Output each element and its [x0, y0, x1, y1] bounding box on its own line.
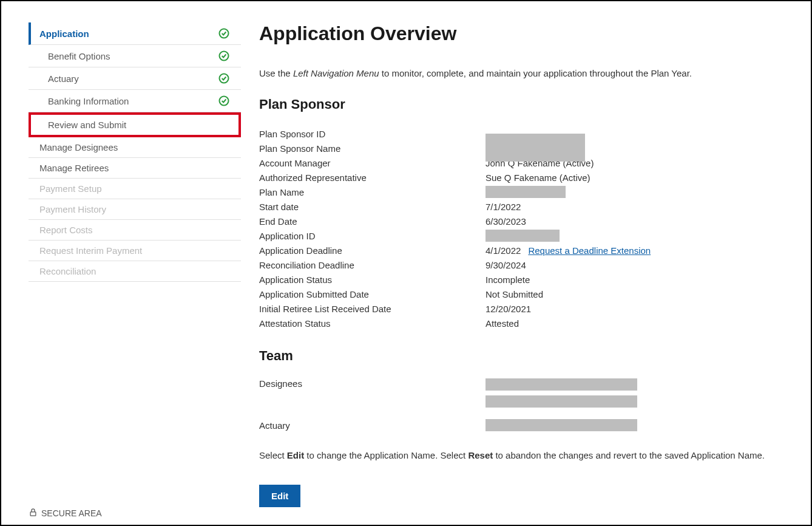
team-heading: Team	[259, 348, 787, 364]
team-section: Team Designees Actuary	[259, 348, 787, 432]
label: Authorized Representative	[259, 172, 486, 183]
field-actuary: Actuary	[259, 418, 787, 432]
value: 9/30/2024	[486, 260, 526, 270]
nav-label: Request Interim Payment	[39, 245, 142, 256]
redacted-value	[486, 230, 560, 242]
redacted-value	[486, 134, 585, 162]
nav-label: Benefit Options	[48, 51, 110, 61]
nav-actuary[interactable]: Actuary	[29, 67, 241, 90]
nav-label: Actuary	[48, 73, 79, 84]
field-plan-name: Plan Name	[259, 185, 787, 199]
nav-report-costs: Report Costs	[29, 220, 241, 241]
nav-label: Banking Information	[48, 96, 129, 106]
nav-banking-information[interactable]: Banking Information	[29, 90, 241, 112]
field-designees: Designees	[259, 378, 787, 408]
value: Attested	[486, 318, 519, 329]
check-icon	[218, 27, 230, 39]
label: Reconciliation Deadline	[259, 260, 486, 270]
plan-sponsor-heading: Plan Sponsor	[259, 97, 787, 112]
nav-payment-history: Payment History	[29, 199, 241, 220]
nav-manage-retirees[interactable]: Manage Retirees	[29, 158, 241, 179]
footer-secure: SECURE AREA	[29, 508, 102, 519]
value: Incomplete	[486, 275, 530, 285]
check-icon	[218, 72, 230, 84]
nav-payment-setup: Payment Setup	[29, 179, 241, 199]
left-nav: Application Benefit Options Actuary Bank…	[1, 1, 241, 525]
label: Application Submitted Date	[259, 289, 486, 299]
intro-text: Use the Left Navigation Menu to monitor,…	[259, 68, 787, 78]
field-submitted-date: Application Submitted Date Not Submitted	[259, 287, 787, 301]
nav-request-interim: Request Interim Payment	[29, 241, 241, 261]
label: Account Manager	[259, 158, 486, 168]
field-retiree-received: Initial Retiree List Received Date 12/20…	[259, 302, 787, 315]
main-content: Application Overview Use the Left Naviga…	[241, 1, 811, 525]
nav-benefit-options[interactable]: Benefit Options	[29, 45, 241, 67]
nav-label: Application	[39, 29, 89, 39]
nav-manage-designees[interactable]: Manage Designees	[29, 137, 241, 158]
svg-rect-4	[30, 512, 36, 516]
field-start-date: Start date 7/1/2022	[259, 200, 787, 213]
redacted-value	[486, 186, 566, 198]
nav-application[interactable]: Application	[29, 22, 241, 45]
instruction-text: Select Edit to change the Application Na…	[259, 450, 787, 460]
label: Plan Sponsor ID	[259, 129, 486, 139]
check-icon	[218, 50, 230, 62]
nav-label: Manage Retirees	[39, 163, 109, 173]
value: 6/30/2023	[486, 216, 526, 227]
field-end-date: End Date 6/30/2023	[259, 214, 787, 228]
field-auth-rep: Authorized Representative Sue Q Fakename…	[259, 171, 787, 184]
field-attestation: Attestation Status Attested	[259, 316, 787, 330]
label: Plan Sponsor Name	[259, 143, 486, 154]
value: 7/1/2022	[486, 202, 521, 212]
label: Designees	[259, 378, 486, 389]
secure-label: SECURE AREA	[41, 508, 102, 518]
label: Application Status	[259, 275, 486, 285]
nav-label: Payment Setup	[39, 183, 102, 194]
page-title: Application Overview	[259, 22, 787, 45]
redacted-value	[486, 395, 637, 408]
nav-label: Review and Submit	[48, 120, 126, 130]
label: End Date	[259, 216, 486, 227]
lock-icon	[29, 508, 38, 519]
nav-label: Reconciliation	[39, 266, 96, 276]
field-app-status: Application Status Incomplete	[259, 273, 787, 286]
check-icon	[218, 95, 230, 107]
label: Attestation Status	[259, 318, 486, 329]
nav-label: Report Costs	[39, 225, 93, 235]
nav-label: Manage Designees	[39, 142, 118, 152]
field-app-id: Application ID	[259, 229, 787, 242]
field-recon-deadline: Reconciliation Deadline 9/30/2024	[259, 258, 787, 272]
field-app-deadline: Application Deadline 4/1/2022 Request a …	[259, 244, 787, 257]
nav-reconciliation: Reconciliation	[29, 261, 241, 282]
nav-label: Payment History	[39, 204, 106, 214]
label: Start date	[259, 202, 486, 212]
value: Sue Q Fakename (Active)	[486, 172, 590, 183]
edit-button[interactable]: Edit	[259, 485, 300, 507]
value: 12/20/2021	[486, 304, 531, 314]
label: Actuary	[259, 420, 486, 431]
label: Plan Name	[259, 187, 486, 197]
value: 4/1/2022	[486, 245, 521, 256]
value: Not Submitted	[486, 289, 543, 299]
redacted-value	[486, 419, 637, 431]
label: Application Deadline	[259, 245, 486, 256]
label: Application ID	[259, 231, 486, 241]
redacted-value	[486, 378, 637, 391]
nav-review-submit[interactable]: Review and Submit	[29, 112, 241, 137]
label: Initial Retiree List Received Date	[259, 304, 486, 314]
deadline-extension-link[interactable]: Request a Deadline Extension	[528, 245, 651, 256]
field-plan-sponsor-id: Plan Sponsor ID	[259, 127, 787, 140]
plan-sponsor-section: Plan Sponsor Plan Sponsor ID Plan Sponso…	[259, 97, 787, 330]
